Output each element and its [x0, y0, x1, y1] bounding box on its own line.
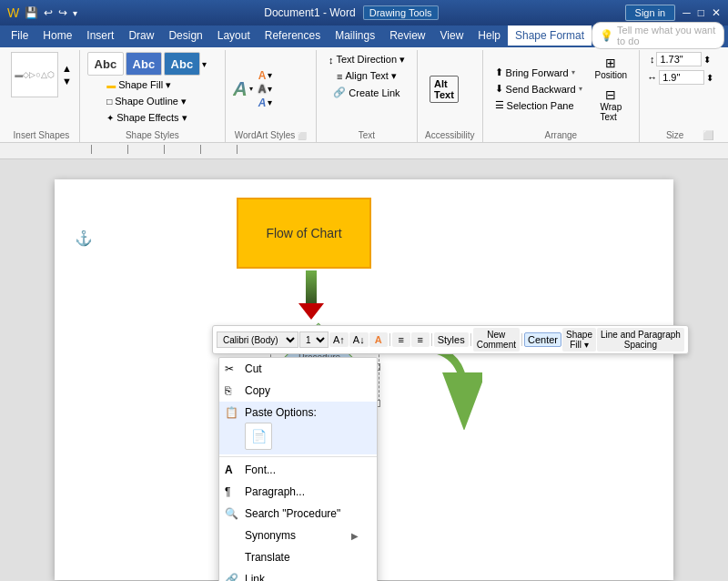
quick-access-undo[interactable]: ↩	[44, 6, 53, 19]
position-btn[interactable]: ⊞ Position	[591, 53, 632, 83]
increase-font-btn[interactable]: A↑	[329, 332, 349, 347]
drawing-tools-label: Drawing Tools	[363, 5, 439, 20]
decrease-font-btn[interactable]: A↓	[349, 332, 369, 347]
shape-fill-mini-btn[interactable]: ShapeFill ▾	[562, 328, 596, 352]
quick-access-dropdown[interactable]: ▾	[73, 8, 77, 18]
paragraph-icon: ¶	[225, 485, 230, 498]
quick-access-redo[interactable]: ↪	[58, 6, 67, 19]
styles-btn[interactable]: Styles	[434, 332, 469, 347]
synonyms-arrow: ▶	[351, 531, 359, 541]
sign-in-button[interactable]: Sign in	[625, 5, 676, 21]
close-btn[interactable]: ✕	[712, 6, 721, 19]
group-wordart-label: WordArt Styles ⬜	[233, 129, 308, 142]
ctx-paste-options[interactable]: 📋 Paste Options: 📄	[219, 402, 377, 454]
tab-view[interactable]: View	[433, 25, 471, 46]
align-text-btn[interactable]: ≡ Align Text ▾	[332, 68, 401, 84]
font-color-a-btn[interactable]: A	[369, 332, 388, 347]
group-arrange: ⬆ Bring Forward ▾ ⬇ Send Backward ▾ ☰ Se…	[483, 50, 641, 142]
group-size: ↕ 1.73" ⬍ ↔ 1.9" ⬍ Size ⬜	[640, 50, 721, 142]
context-menu: ✂ Cut ⎘ Copy 📋 Paste Options: 📄 A Fo	[218, 357, 378, 581]
text-direction-btn[interactable]: ↕ Text Direction ▾	[324, 52, 410, 67]
group-shape-styles: Abc Abc Abc ▾ ▬ Shape Fill ▾ □ Shape Out…	[80, 50, 226, 142]
tab-mailings[interactable]: Mailings	[328, 25, 382, 46]
send-backward-btn[interactable]: ⬇ Send Backward ▾	[490, 81, 587, 97]
shapes-gallery[interactable]: ▬◇ ▷○ △⬡	[11, 52, 58, 97]
font-size-select[interactable]: 11	[299, 331, 329, 348]
doc-area: ⚓ Flow of Chart Procedure	[0, 143, 728, 581]
tab-references[interactable]: References	[258, 25, 328, 46]
text-effects-btn[interactable]: A ▾	[258, 97, 273, 109]
shapes-down[interactable]: ▼	[62, 76, 72, 87]
center-btn[interactable]: Center	[524, 332, 561, 347]
paste-keep-source-btn[interactable]: 📄	[245, 423, 272, 450]
tell-me-input[interactable]: 💡 Tell me what you want to do	[592, 22, 724, 49]
group-accessibility-label: Accessibility	[425, 129, 474, 142]
tab-insert[interactable]: Insert	[79, 25, 121, 46]
tab-home[interactable]: Home	[35, 25, 79, 46]
height-spinner[interactable]: ⬍	[703, 55, 711, 65]
shape-effects-btn[interactable]: ✦ Shape Effects ▾	[102, 110, 191, 126]
tab-review[interactable]: Review	[382, 25, 432, 46]
font-icon: A	[225, 464, 233, 476]
shape-style-3[interactable]: Abc	[164, 52, 200, 76]
tab-file[interactable]: File	[4, 25, 35, 46]
height-input[interactable]: 1.73"	[656, 52, 702, 66]
group-arrange-label: Arrange	[490, 129, 632, 142]
wordart-dropdown[interactable]: ▾	[249, 85, 253, 93]
restore-btn[interactable]: □	[698, 6, 704, 19]
tab-shape-format[interactable]: Shape Format	[508, 25, 592, 46]
ctx-search[interactable]: 🔍 Search "Procedure"	[219, 503, 377, 525]
separator-1	[219, 456, 377, 457]
ctx-copy[interactable]: ⎘ Copy	[219, 380, 377, 402]
shape-fill-btn[interactable]: ▬ Shape Fill ▾	[102, 77, 191, 93]
search-icon: 🔍	[225, 507, 238, 520]
down-arrow-connector[interactable]	[298, 270, 324, 320]
ctx-font[interactable]: A Font...	[219, 459, 377, 481]
size-expand[interactable]: ⬜	[703, 130, 713, 140]
wordart-a[interactable]: A	[233, 77, 248, 101]
text-outline-btn[interactable]: A ▾	[258, 83, 273, 96]
ribbon: ▬◇ ▷○ △⬡ ▲ ▼ Insert Shapes Abc Abc Abc ▾	[0, 46, 728, 143]
shape-style-1[interactable]: Abc	[87, 52, 124, 76]
group-wordart: A ▾ A ▾ A ▾ A ▾ WordArt Styles ⬜	[226, 50, 317, 142]
wrap-text-btn[interactable]: ⊟ WrapText	[591, 85, 632, 125]
width-spinner[interactable]: ⬍	[706, 73, 713, 83]
tab-layout[interactable]: Layout	[210, 25, 258, 46]
numbering-btn[interactable]: ≡	[411, 332, 430, 347]
text-fill-btn[interactable]: A ▾	[258, 69, 273, 82]
bullets-btn[interactable]: ≡	[392, 332, 410, 347]
shape-style-2[interactable]: Abc	[126, 52, 162, 76]
rect-flow-of-chart[interactable]: Flow of Chart	[237, 198, 371, 269]
alt-text-btn[interactable]: AltText	[425, 73, 463, 106]
shape-outline-btn[interactable]: □ Shape Outline ▾	[102, 94, 191, 109]
selection-pane-btn[interactable]: ☰ Selection Pane	[490, 97, 587, 113]
cut-icon: ✂	[225, 362, 234, 375]
ctx-translate[interactable]: Translate	[219, 546, 377, 568]
create-link-btn[interactable]: 🔗 Create Link	[329, 85, 404, 100]
tab-design[interactable]: Design	[161, 25, 209, 46]
tab-help[interactable]: Help	[470, 25, 508, 46]
ctx-paragraph[interactable]: ¶ Paragraph...	[219, 481, 377, 503]
width-input[interactable]: 1.9"	[659, 70, 704, 85]
height-icon: ↕	[650, 54, 655, 65]
shape-styles-expand[interactable]: ▾	[202, 59, 207, 69]
ctx-link[interactable]: 🔗 Link	[219, 568, 377, 581]
minimize-btn[interactable]: ─	[682, 6, 691, 19]
group-accessibility: AltText Accessibility	[418, 50, 482, 142]
line-spacing-btn[interactable]: Line and ParagraphSpacing	[597, 328, 684, 352]
menu-bar: File Home Insert Draw Design Layout Refe…	[0, 25, 728, 46]
ruler-horizontal	[0, 143, 728, 159]
new-comment-mini-btn[interactable]: NewComment	[473, 328, 520, 352]
tab-draw[interactable]: Draw	[121, 25, 161, 46]
shapes-up[interactable]: ▲	[62, 63, 72, 74]
rect-text: Flow of Chart	[266, 226, 341, 240]
quick-access-save[interactable]: 💾	[25, 6, 38, 19]
word-logo-icon: W	[7, 5, 19, 20]
bring-forward-btn[interactable]: ⬆ Bring Forward ▾	[490, 65, 587, 80]
group-text: ↕ Text Direction ▾ ≡ Align Text ▾ 🔗 Crea…	[317, 50, 418, 142]
font-family-select[interactable]: Calibri (Body)	[217, 331, 298, 348]
ctx-cut[interactable]: ✂ Cut	[219, 358, 377, 380]
anchor-icon: ⚓	[75, 229, 93, 247]
link-icon: 🔗	[225, 573, 238, 581]
ctx-synonyms[interactable]: Synonyms ▶	[219, 525, 377, 546]
